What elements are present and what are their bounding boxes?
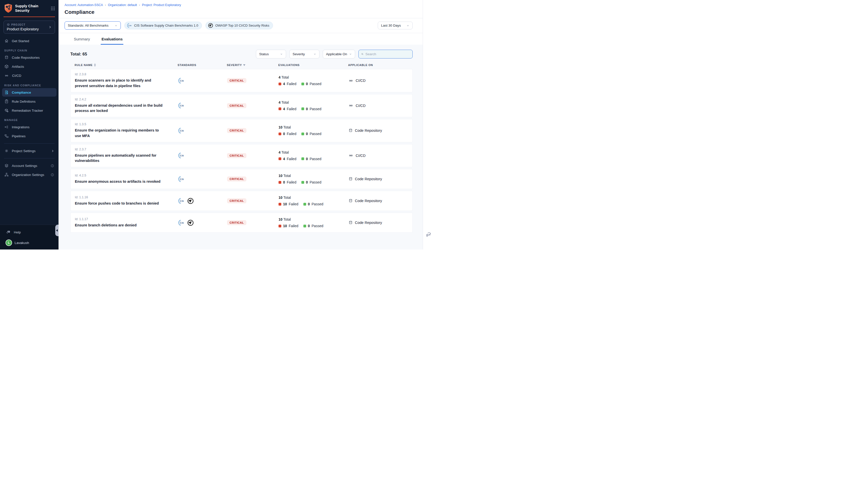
sort-icon[interactable] <box>94 63 96 66</box>
rule-id: Id: 1.1.17 <box>75 217 178 221</box>
nav-divider <box>4 143 55 144</box>
rule-name: Ensure all external dependencies used in… <box>75 103 165 114</box>
sidebar-item-account-settings[interactable]: Account Settings <box>2 161 57 170</box>
eval-passed-count: 0 <box>306 157 308 161</box>
sidebar-item-cicd[interactable]: CI/CD <box>2 71 57 80</box>
chevron-down-icon <box>313 53 316 56</box>
date-range-dropdown[interactable]: Last 30 Days <box>378 22 413 29</box>
table-row[interactable]: Id: 4.2.5Ensure anonymous access to arti… <box>70 169 413 189</box>
applicable-on-filter-label: Applicable On <box>326 52 347 56</box>
severity-filter-dropdown[interactable]: Severity <box>289 50 320 59</box>
search-input[interactable] <box>365 52 410 56</box>
eval-failed-label: Failed <box>287 82 297 86</box>
table-row[interactable]: Id: 2.3.8Ensure scanners are in place to… <box>70 69 413 93</box>
search-box <box>358 50 413 59</box>
cis-benchmark-badge[interactable]: CIS CIS Software Supply Chain Benchmarks… <box>124 22 202 29</box>
tab-evaluations[interactable]: Evaluations <box>101 33 123 45</box>
rule-name: Ensure branch deletions are denied <box>75 223 165 228</box>
breadcrumb-organization[interactable]: Organization: default <box>108 3 137 7</box>
org-hierarchy-icon <box>4 172 9 177</box>
sidebar-item-get-started[interactable]: Get Started <box>2 37 57 45</box>
badge-label: OWASP Top 10 CI/CD Security Risks <box>215 24 269 27</box>
column-severity[interactable]: SEVERITY <box>227 63 278 66</box>
app-name: Supply Chain Security <box>15 4 48 13</box>
app-logo-shield-icon <box>4 3 13 13</box>
sidebar-item-compliance[interactable]: Compliance <box>2 88 57 97</box>
column-evaluations: EVALUATIONS <box>278 63 348 66</box>
sidebar-item-artifacts[interactable]: Artifacts <box>2 62 57 71</box>
owasp-badge[interactable]: OWASP Top 10 CI/CD Security Risks <box>205 22 273 29</box>
eval-failed-label: Failed <box>289 224 298 228</box>
support-chat-icon[interactable] <box>425 231 432 238</box>
eval-total-label: Total <box>281 75 289 79</box>
sidebar-item-label: Artifacts <box>12 65 24 69</box>
applicable-on-value: CI/CD <box>355 104 365 108</box>
column-rule-name[interactable]: RULE NAME <box>75 63 178 66</box>
sidebar-section-risk-and-compliance: RISK AND COMPLIANCE <box>4 84 54 87</box>
owasp-standard-icon <box>187 219 194 226</box>
sidebar-item-code-repositories[interactable]: Code Repositories <box>2 53 57 62</box>
eval-passed-label: Passed <box>310 180 322 184</box>
sidebar-item-pipelines[interactable]: Pipelines <box>2 132 57 140</box>
severity-badge: CRITICAL <box>227 103 246 108</box>
failed-marker-icon <box>278 133 281 135</box>
eval-total: 10 Total <box>278 217 348 221</box>
tab-summary[interactable]: Summary <box>73 33 91 45</box>
svg-text:CIS: CIS <box>180 105 184 107</box>
brand-divider <box>3 16 55 17</box>
sidebar-item-label: Project Settings <box>12 149 36 153</box>
eval-failed: 0 Failed <box>278 132 297 136</box>
standards-dropdown[interactable]: Standards: All Benchmarks <box>64 21 121 29</box>
cicd-icon <box>348 78 354 83</box>
rule-id: Id: 2.3.8 <box>75 73 178 76</box>
breadcrumb-account[interactable]: Account: Automation-SSCA <box>64 3 103 7</box>
eval-passed-label: Passed <box>310 157 322 161</box>
applicable-on-value: Code Repository <box>355 177 382 181</box>
rule-id: Id: 2.3.7 <box>75 148 178 151</box>
applicable-on-value: Code Repository <box>355 199 382 203</box>
sidebar-item-rule-definitions[interactable]: Rule Definitions <box>2 97 57 106</box>
user-menu[interactable]: L Lavakush <box>4 239 55 246</box>
cicd-icon <box>348 153 354 158</box>
applicable-on-filter-dropdown[interactable]: Applicable On <box>323 50 355 59</box>
collapse-arrow-icon <box>56 229 58 232</box>
eval-passed-label: Passed <box>312 202 324 206</box>
table-row[interactable]: Id: 2.3.7Ensure pipelines are automatica… <box>70 144 413 168</box>
sidebar-item-remediation-tracker[interactable]: Remediation Tracker <box>2 106 57 115</box>
sidebar-nav: Get Started SUPPLY CHAIN Code Repositori… <box>0 36 59 224</box>
eval-passed-label: Passed <box>310 132 322 136</box>
apps-grid-icon[interactable] <box>51 6 55 11</box>
sidebar-item-organization-settings[interactable]: Organization Settings <box>2 170 57 179</box>
table-row[interactable]: Id: 1.1.17Ensure branch deletions are de… <box>70 212 413 233</box>
search-icon <box>361 52 364 56</box>
sidebar-item-help[interactable]: ? Help <box>4 228 55 236</box>
rule-id: Id: 1.1.16 <box>75 196 178 199</box>
rule-id: Id: 4.2.5 <box>75 174 178 177</box>
passed-marker-icon <box>303 224 306 228</box>
sidebar-section-supply-chain: SUPPLY CHAIN <box>4 49 54 52</box>
rule-id: Id: 2.4.2 <box>75 98 178 101</box>
infinity-icon <box>4 73 9 78</box>
eval-failed-count: 10 <box>283 202 287 206</box>
eval-total-label: Total <box>283 196 291 199</box>
table-row[interactable]: Id: 2.4.2Ensure all external dependencie… <box>70 94 413 118</box>
artifacts-cube-icon <box>4 64 9 69</box>
status-filter-dropdown[interactable]: Status <box>256 50 286 59</box>
sidebar-collapse-handle[interactable] <box>55 224 59 236</box>
breadcrumb-project[interactable]: Project: Product Exploratory <box>142 3 181 7</box>
app-header: Supply Chain Security <box>0 0 59 15</box>
eval-failed: 10 Failed <box>278 202 298 206</box>
eval-passed-count: 0 <box>306 132 308 136</box>
table-row[interactable]: Id: 1.3.5Ensure the organization is requ… <box>70 119 413 142</box>
project-selector[interactable]: PROJECT Product Exploratory <box>3 21 55 34</box>
cicd-icon <box>348 103 354 108</box>
sidebar-item-project-settings[interactable]: Project Settings <box>2 147 57 155</box>
evaluations-panel: Total: 65 Status Severity Applicable On <box>59 45 423 250</box>
table-row[interactable]: Id: 1.1.16Ensure force pushes code to br… <box>70 191 413 211</box>
sort-desc-icon[interactable] <box>243 64 245 66</box>
sidebar-item-integrations[interactable]: Integrations <box>2 123 57 131</box>
tabs: Summary Evaluations <box>59 33 423 45</box>
project-label: PROJECT <box>11 23 25 26</box>
eval-passed-count: 0 <box>306 107 308 111</box>
project-name: Product Exploratory <box>7 27 48 31</box>
